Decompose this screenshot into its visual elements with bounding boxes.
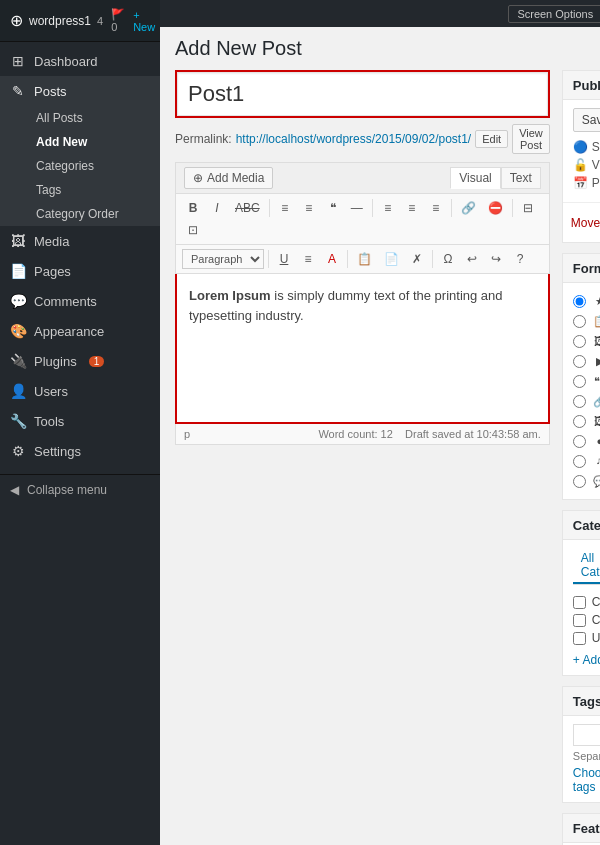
format-radio-chat[interactable] [573, 475, 586, 488]
publish-time-info: 📅 Publish immediately Edit [573, 176, 600, 190]
undo-button[interactable]: ↩ [461, 249, 483, 269]
toolbar-separator-5 [268, 250, 269, 268]
permalink-url[interactable]: http://localhost/wordpress/2015/09/02/po… [236, 132, 471, 146]
format-panel-header[interactable]: Format ▲ [563, 254, 600, 283]
sidebar-item-tools[interactable]: 🔧 Tools [0, 406, 160, 436]
ordered-list-button[interactable]: ≡ [298, 198, 320, 218]
permalink-edit-button[interactable]: Edit [475, 130, 508, 148]
publish-panel-header[interactable]: Publish ▲ [563, 71, 600, 100]
category-tabs: All Categories Most Used [573, 548, 600, 585]
help-toolbar-button[interactable]: ? [509, 249, 531, 269]
new-item-link[interactable]: + New [133, 9, 155, 33]
sidebar-item-plugins[interactable]: 🔌 Plugins 1 [0, 346, 160, 376]
sidebar-sub-add-new[interactable]: Add New [10, 130, 160, 154]
main-content: Screen Options Help ▾ Howdy, admin Add N… [160, 0, 600, 845]
category-checkbox-uncategorized[interactable] [573, 632, 586, 645]
toolbar-separator-7 [432, 250, 433, 268]
underline-button[interactable]: U [273, 249, 295, 269]
post-title-input[interactable] [177, 72, 548, 116]
format-radio-image[interactable] [573, 335, 586, 348]
move-to-trash-link[interactable]: Move to Trash [571, 216, 600, 230]
view-post-button[interactable]: View Post [512, 124, 550, 154]
format-radio-aside[interactable] [573, 315, 586, 328]
format-list: ★ Standard 📋 Aside 🖼 [573, 291, 600, 491]
all-categories-tab[interactable]: All Categories [573, 548, 600, 584]
tags-input[interactable] [573, 724, 600, 746]
tags-panel: Tags ▲ Add Separate tags with commas Cho… [562, 686, 600, 803]
unlink-button[interactable]: ⛔ [483, 198, 508, 218]
format-item-image: 🖼 Image [573, 331, 600, 351]
users-icon: 👤 [10, 383, 26, 399]
category-checkbox-2[interactable] [573, 596, 586, 609]
blockquote-button[interactable]: ❝ [322, 198, 344, 218]
featured-image-panel-header[interactable]: Featured Image ▲ [563, 814, 600, 843]
sidebar-sub-all-posts[interactable]: All Posts [10, 106, 160, 130]
format-radio-link[interactable] [573, 395, 586, 408]
most-used-tags-link[interactable]: Choose from the most used tags [573, 766, 600, 794]
collapse-menu[interactable]: ◀ Collapse menu [0, 474, 160, 505]
sidebar-sub-categories[interactable]: Categories [10, 154, 160, 178]
align-center-button[interactable]: ≡ [401, 198, 423, 218]
align-right-button[interactable]: ≡ [425, 198, 447, 218]
toolbar-toggle-button[interactable]: ⊡ [182, 220, 204, 240]
sidebar-item-settings[interactable]: ⚙ Settings [0, 436, 160, 466]
text-color-button[interactable]: A [321, 249, 343, 269]
format-radio-video[interactable] [573, 355, 586, 368]
format-image-icon: 🖼 [592, 333, 600, 349]
add-media-button[interactable]: ⊕ Add Media [184, 167, 273, 189]
sidebar-item-dashboard[interactable]: ⊞ Dashboard [0, 46, 160, 76]
paragraph-select[interactable]: Paragraph [182, 249, 264, 269]
format-item-gallery: 🖼 Gallery [573, 411, 600, 431]
italic-button[interactable]: I [206, 198, 228, 218]
categories-panel-header[interactable]: Categories ▲ [563, 511, 600, 540]
text-tab[interactable]: Text [501, 167, 541, 189]
featured-image-panel-title: Featured Image [573, 821, 600, 836]
toolbar-separator-4 [512, 199, 513, 217]
permalink-label: Permalink: [175, 132, 232, 146]
format-panel-body: ★ Standard 📋 Aside 🖼 [563, 283, 600, 499]
format-radio-status[interactable] [573, 435, 586, 448]
format-chat-icon: 💬 [592, 473, 600, 489]
align-left-button[interactable]: ≡ [377, 198, 399, 218]
redo-button[interactable]: ↪ [485, 249, 507, 269]
screen-options-button[interactable]: Screen Options [508, 5, 600, 23]
category-checkbox-1[interactable] [573, 614, 586, 627]
media-icon: 🖼 [10, 233, 26, 249]
sidebar-item-comments[interactable]: 💬 Comments [0, 286, 160, 316]
sidebar-item-media[interactable]: 🖼 Media [0, 226, 160, 256]
bold-button[interactable]: B [182, 198, 204, 218]
paste-as-text-button[interactable]: 📋 [352, 249, 377, 269]
sidebar-sub-tags[interactable]: Tags [10, 178, 160, 202]
insert-more-button[interactable]: ⊟ [517, 198, 539, 218]
remove-format-button[interactable]: ✗ [406, 249, 428, 269]
posts-submenu: All Posts Add New Categories Tags Catego… [0, 106, 160, 226]
sidebar-sub-category-order[interactable]: Category Order [10, 202, 160, 226]
format-radio-gallery[interactable] [573, 415, 586, 428]
justify-button[interactable]: ≡ [297, 249, 319, 269]
format-item-video: ▶ Video [573, 351, 600, 371]
sidebar-item-users[interactable]: 👤 Users [0, 376, 160, 406]
add-new-category-link[interactable]: + Add New Category [573, 653, 600, 667]
tags-panel-header[interactable]: Tags ▲ [563, 687, 600, 716]
unordered-list-button[interactable]: ≡ [274, 198, 296, 218]
save-draft-button[interactable]: Save Draft [573, 108, 600, 132]
posts-icon: ✎ [10, 83, 26, 99]
editor-content-area[interactable]: Lorem Ipsum is simply dummy text of the … [175, 274, 550, 424]
sidebar-item-label: Posts [34, 84, 67, 99]
format-radio-standard[interactable] [573, 295, 586, 308]
format-video-icon: ▶ [592, 353, 600, 369]
visual-tab[interactable]: Visual [450, 167, 500, 189]
appearance-icon: 🎨 [10, 323, 26, 339]
hr-button[interactable]: — [346, 198, 368, 218]
format-radio-audio[interactable] [573, 455, 586, 468]
paste-from-word-button[interactable]: 📄 [379, 249, 404, 269]
side-panels: Publish ▲ Save Draft Preview 🔵 Status: [562, 70, 600, 845]
sidebar-item-appearance[interactable]: 🎨 Appearance [0, 316, 160, 346]
sidebar-item-pages[interactable]: 📄 Pages [0, 256, 160, 286]
toolbar-separator-3 [451, 199, 452, 217]
sidebar-item-posts[interactable]: ✎ Posts [0, 76, 160, 106]
link-button[interactable]: 🔗 [456, 198, 481, 218]
format-radio-quote[interactable] [573, 375, 586, 388]
strikethrough-button[interactable]: ABC [230, 198, 265, 218]
special-char-button[interactable]: Ω [437, 249, 459, 269]
